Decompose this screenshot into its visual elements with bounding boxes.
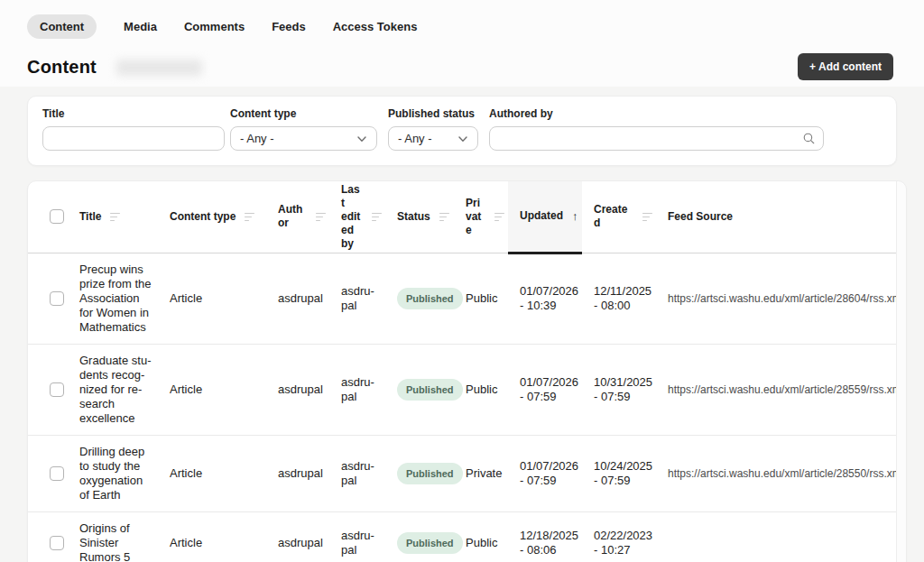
- column-header-created[interactable]: Created: [582, 181, 656, 253]
- filter-published-status-label: Published status: [388, 107, 484, 120]
- cell-feed-source: https://artsci.washu.edu/xml/article/285…: [656, 435, 898, 511]
- cell-feed-source: https://artsci.washu.edu/xml/article/285…: [656, 344, 898, 435]
- column-label: Private: [466, 197, 485, 237]
- status-badge: Published: [397, 463, 463, 484]
- tab-content[interactable]: Content: [27, 14, 97, 39]
- cell-feed-source: https://artsci.washu.edu/xml/article/286…: [656, 253, 898, 344]
- status-badge: Published: [397, 288, 463, 309]
- column-header-title[interactable]: Title: [68, 181, 158, 253]
- cell-created: 10/24/2025 - 07:59: [582, 435, 656, 511]
- column-header-private[interactable]: Private: [454, 181, 508, 253]
- table-row: Graduate stu- dents recog- nized for re-…: [28, 344, 898, 435]
- cell-author: asdrupal: [266, 511, 329, 562]
- title-filter-input[interactable]: [42, 126, 225, 151]
- column-header-last-edited-by[interactable]: Last edited by: [329, 181, 385, 253]
- column-header-content-type[interactable]: Content type: [158, 181, 266, 253]
- tab-feeds[interactable]: Feeds: [272, 20, 306, 33]
- sort-icon: [494, 213, 504, 222]
- column-label: Title: [79, 210, 101, 224]
- primary-tabs: ContentMediaCommentsFeedsAccess Tokens: [27, 14, 897, 39]
- published-status-selected-value: - Any -: [398, 132, 432, 145]
- cell-created: 10/31/2025 - 07:59: [582, 344, 656, 435]
- cell-title[interactable]: Graduate stu- dents recog- nized for re-…: [68, 344, 158, 435]
- sort-icon: [110, 213, 120, 222]
- content-type-select[interactable]: - Any -: [230, 126, 377, 151]
- chevron-down-icon: [356, 134, 367, 144]
- column-label: Created: [594, 203, 633, 230]
- sort-icon: [439, 213, 449, 222]
- cell-author: asdrupal: [266, 435, 329, 511]
- chevron-down-icon: [457, 134, 468, 144]
- content-type-selected-value: - Any -: [240, 132, 274, 145]
- select-all-header: [28, 181, 68, 253]
- column-label: Feed Source: [668, 210, 733, 224]
- cell-select: [28, 253, 68, 344]
- title-row: Content + Add content: [27, 57, 897, 78]
- column-label: Updated: [520, 209, 563, 223]
- sort-icon: [316, 213, 326, 222]
- cell-created: 12/11/2025 - 08:00: [582, 253, 656, 344]
- cell-last-edited-by: asdru- pal: [329, 253, 385, 344]
- row-select-checkbox[interactable]: [50, 382, 64, 397]
- column-label: Last edited by: [341, 183, 363, 251]
- cell-last-edited-by: asdru- pal: [329, 435, 385, 511]
- cell-status: Published: [385, 344, 454, 435]
- cell-status: Published: [385, 511, 454, 562]
- filter-title-field: Title: [42, 107, 225, 151]
- published-status-select[interactable]: - Any -: [388, 126, 478, 151]
- table-scrollbar[interactable]: [896, 181, 906, 562]
- add-content-button[interactable]: + Add content: [798, 53, 893, 80]
- authored-by-search: [489, 126, 824, 151]
- cell-feed-source: [656, 511, 898, 562]
- cell-select: [28, 344, 68, 435]
- cell-content-type: Article: [158, 511, 266, 562]
- cell-content-type: Article: [158, 344, 266, 435]
- row-select-checkbox[interactable]: [50, 536, 64, 550]
- cell-title[interactable]: Drilling deep to study the oxygenation o…: [68, 435, 158, 511]
- column-header-status[interactable]: Status: [385, 181, 454, 253]
- redacted-label: [116, 60, 202, 76]
- tab-media[interactable]: Media: [124, 20, 157, 33]
- sort-ascending-arrow-icon: ↑: [572, 209, 578, 223]
- sort-icon: [245, 213, 254, 222]
- cell-author: asdrupal: [266, 253, 329, 344]
- filter-content-type-field: Content type - Any -: [230, 107, 383, 151]
- column-header-updated[interactable]: Updated↑: [508, 181, 582, 253]
- cell-created: 02/22/2023 - 10:27: [582, 511, 656, 562]
- sort-icon: [642, 213, 652, 222]
- column-header-feed-source: Feed Source: [656, 181, 898, 253]
- top-header: ContentMediaCommentsFeedsAccess Tokens C…: [0, 0, 924, 87]
- authored-by-input[interactable]: [489, 126, 824, 151]
- cell-content-type: Article: [158, 435, 266, 511]
- cell-updated: 12/18/2025 - 08:06: [508, 511, 582, 562]
- filter-content-type-label: Content type: [230, 107, 383, 120]
- cell-author: asdrupal: [266, 344, 329, 435]
- status-badge: Published: [397, 532, 463, 554]
- content-area: Title Content type - Any - Published sta…: [0, 87, 924, 562]
- cell-title[interactable]: Precup wins prize from the Association f…: [68, 253, 158, 344]
- column-label: Author: [278, 203, 307, 230]
- table-header-row: TitleContent typeAuthorLast edited bySta…: [28, 181, 898, 253]
- cell-last-edited-by: asdru- pal: [329, 344, 385, 435]
- column-label: Status: [397, 210, 430, 224]
- cell-status: Published: [385, 253, 454, 344]
- tab-access-tokens[interactable]: Access Tokens: [333, 20, 418, 33]
- filter-published-status-field: Published status - Any -: [388, 107, 484, 151]
- row-select-checkbox[interactable]: [50, 466, 64, 481]
- cell-title[interactable]: Origins of Sinister Rumors 5: [68, 511, 158, 562]
- filter-authored-by-label: Authored by: [489, 107, 824, 120]
- row-select-checkbox[interactable]: [50, 291, 64, 306]
- filter-title-label: Title: [42, 107, 225, 120]
- cell-updated: 01/07/2026 - 10:39: [508, 253, 582, 344]
- status-badge: Published: [397, 379, 463, 401]
- cell-status: Published: [385, 435, 454, 511]
- content-table-card: TitleContent typeAuthorLast edited bySta…: [27, 180, 907, 562]
- search-icon: [802, 132, 816, 145]
- select-all-checkbox[interactable]: [50, 209, 64, 224]
- cell-select: [28, 511, 68, 562]
- cell-last-edited-by: asdru- pal: [329, 511, 385, 562]
- column-header-author[interactable]: Author: [266, 181, 329, 253]
- table-row: Origins of Sinister Rumors 5Articleasdru…: [28, 511, 898, 562]
- tab-comments[interactable]: Comments: [184, 20, 245, 33]
- column-label: Content type: [170, 210, 236, 224]
